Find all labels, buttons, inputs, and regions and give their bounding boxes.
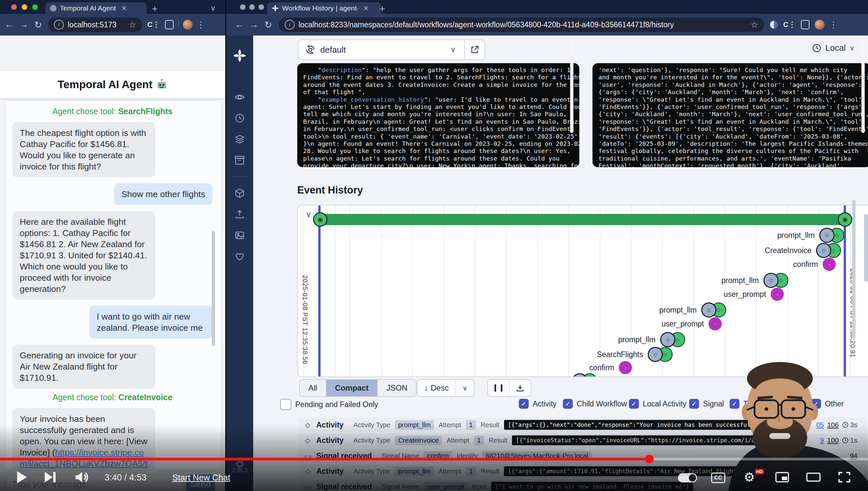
- activity-node-pair[interactable]: ◇ ◇: [819, 228, 844, 243]
- reload-button[interactable]: ↻: [31, 20, 45, 30]
- new-tab-button[interactable]: +: [152, 3, 158, 15]
- play-button[interactable]: [15, 470, 28, 484]
- bookmark-star-icon[interactable]: ☆: [129, 20, 136, 30]
- zoom-window-button[interactable]: [258, 4, 264, 10]
- snapshot-image-icon[interactable]: [235, 230, 245, 240]
- timeline-event-row[interactable]: user_prompt ◇ ◇ ··: [661, 317, 722, 330]
- activity-node-pair[interactable]: ◇ ◇: [572, 373, 597, 377]
- captions-button[interactable]: CC: [711, 472, 725, 483]
- next-button[interactable]: [43, 470, 57, 484]
- code-scrollbar[interactable]: [570, 40, 574, 133]
- namespaces-layers-icon[interactable]: [235, 134, 245, 144]
- zoom-window-button[interactable]: [32, 4, 38, 10]
- site-info-icon[interactable]: i: [54, 20, 64, 30]
- bookmark-star-icon[interactable]: ☆: [751, 20, 758, 30]
- workflow-start-node[interactable]: ◉: [313, 212, 328, 227]
- extensions-icon[interactable]: [165, 20, 174, 29]
- collapse-chevron-icon[interactable]: ∨: [306, 210, 312, 219]
- settings-gear-button[interactable]: ⚙: [744, 470, 755, 484]
- timeline-event-row[interactable]: user_prompt ◇ ◇ ··: [724, 288, 784, 301]
- start-new-chat-link[interactable]: Start New Chat: [172, 472, 230, 483]
- view-all-button[interactable]: All: [300, 380, 327, 396]
- profile-avatar[interactable]: [815, 20, 825, 30]
- activity-scheduled-node[interactable]: ◇: [660, 332, 675, 347]
- workflow-input-json[interactable]: "description": "help the user gather arg…: [297, 63, 579, 167]
- activity-node-pair[interactable]: ◇ ◇: [701, 302, 726, 318]
- signal-node[interactable]: ··: [823, 258, 836, 271]
- signal-node[interactable]: ··: [771, 288, 784, 301]
- activity-node-pair[interactable]: ◇ ◇: [764, 273, 788, 288]
- chat-message-list[interactable]: Agent chose tool: SearchFlights The chea…: [5, 100, 222, 470]
- timezone-value[interactable]: Local: [825, 43, 846, 53]
- pending-failed-filter[interactable]: Pending and Failed Only: [280, 399, 378, 410]
- namespace-selector[interactable]: default ∨: [298, 39, 485, 60]
- timeline-scrollbar[interactable]: [864, 214, 868, 282]
- code-scrollbar[interactable]: [861, 40, 865, 133]
- activity-node-pair[interactable]: ◇ ◇: [660, 332, 685, 347]
- extensions-icon[interactable]: [801, 20, 809, 29]
- archive-box-icon[interactable]: [235, 155, 245, 165]
- browser-menu-icon[interactable]: ⋮: [829, 20, 838, 30]
- sort-desc-button[interactable]: ↓Desc: [417, 380, 456, 396]
- chevron-down-icon[interactable]: ∨: [849, 44, 855, 52]
- tab-close-icon[interactable]: ×: [364, 4, 368, 13]
- temporal-logo-icon[interactable]: [233, 49, 247, 62]
- tab-workflow-history[interactable]: Workflow History | agent-wor ×: [267, 2, 381, 14]
- timeline-event-row[interactable]: prompt_llm ◇ ◇ ··: [530, 373, 597, 377]
- timeline-event-row[interactable]: confirm ◇ ◇ ··: [794, 258, 836, 271]
- timeline-event-row[interactable]: SearchFlights ◇ ◇ ··: [597, 347, 673, 362]
- profile-avatar[interactable]: [183, 20, 193, 30]
- workflow-end-node[interactable]: ◉: [838, 212, 852, 227]
- timeline-event-row[interactable]: confirm ◇ ◇ ··: [590, 361, 632, 374]
- event-type-filter[interactable]: ✓ Child Workflow: [563, 399, 627, 409]
- workflow-execution-bar[interactable]: ◉ ◉: [319, 214, 846, 225]
- timeline-event-row[interactable]: prompt_llm ◇ ◇ ··: [659, 302, 726, 318]
- sort-control[interactable]: ↓Desc ∨: [417, 379, 474, 397]
- back-button[interactable]: ←: [2, 20, 17, 30]
- activity-scheduled-node[interactable]: ◇: [572, 373, 587, 377]
- forward-button[interactable]: →: [17, 20, 31, 30]
- theater-mode-button[interactable]: [806, 472, 820, 483]
- timeline-event-row[interactable]: prompt_llm ◇ ◇ ··: [777, 228, 844, 243]
- checkbox-checked[interactable]: ✓: [629, 399, 639, 409]
- extension-c-icon[interactable]: C⋮: [783, 21, 796, 29]
- site-info-icon[interactable]: i: [285, 20, 294, 30]
- checkbox-checked[interactable]: ✓: [563, 399, 573, 409]
- address-bar[interactable]: i localhost:5173 ☆: [48, 18, 142, 32]
- open-external-icon[interactable]: [465, 46, 485, 54]
- browser-menu-icon[interactable]: ⋮: [197, 20, 205, 30]
- checkbox-checked[interactable]: ✓: [519, 399, 529, 409]
- close-window-button[interactable]: [11, 4, 17, 10]
- event-type-filter[interactable]: ✓ Activity: [519, 399, 557, 409]
- timeline-event-row[interactable]: prompt_llm ◇ ◇ ··: [618, 332, 685, 347]
- workflow-result-json[interactable]: 'next': 'question'}, 'response': "Sure! …: [592, 63, 868, 167]
- back-button[interactable]: ←: [232, 20, 247, 30]
- page-scrollbar[interactable]: [852, 200, 856, 338]
- view-json-button[interactable]: JSON: [378, 380, 416, 396]
- progress-playhead[interactable]: [645, 455, 654, 463]
- checkbox-unchecked[interactable]: [280, 399, 291, 410]
- schedules-clock-icon[interactable]: [235, 113, 245, 123]
- feedback-heart-icon[interactable]: [235, 252, 245, 261]
- minimize-window-button[interactable]: [22, 4, 27, 10]
- activity-scheduled-node[interactable]: ◇: [701, 302, 716, 318]
- tab-close-icon[interactable]: ×: [122, 4, 126, 13]
- fullscreen-button[interactable]: [838, 471, 851, 483]
- theme-extension-icon[interactable]: [770, 21, 778, 29]
- pause-button[interactable]: [488, 380, 509, 396]
- activity-node-pair[interactable]: ◇ ◇: [648, 347, 673, 362]
- activity-node-pair[interactable]: ◇ ◇: [816, 243, 841, 258]
- activity-scheduled-node[interactable]: ◇: [648, 347, 663, 362]
- view-mode-segmented-control[interactable]: All Compact JSON: [299, 379, 416, 397]
- download-history-button[interactable]: [509, 380, 531, 396]
- activity-scheduled-node[interactable]: ◇: [764, 273, 779, 288]
- autoplay-toggle[interactable]: [678, 473, 697, 483]
- event-type-filter[interactable]: ✓ Local Activity: [629, 399, 686, 409]
- signal-node[interactable]: ··: [709, 317, 722, 330]
- tab-search-chevron-icon[interactable]: ∨: [210, 4, 216, 12]
- video-progress-bar[interactable]: [0, 458, 868, 460]
- activity-scheduled-node[interactable]: ◇: [819, 228, 834, 243]
- activity-scheduled-node[interactable]: ◇: [816, 243, 831, 258]
- dev-cube-icon[interactable]: [235, 188, 245, 198]
- tab-temporal-ai-agent[interactable]: Temporal AI Agent ×: [45, 2, 147, 14]
